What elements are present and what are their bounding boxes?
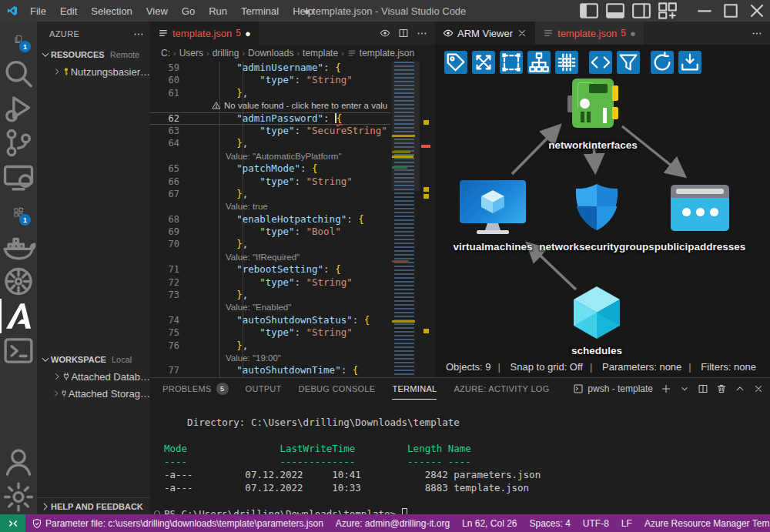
- close-panel-icon[interactable]: [753, 383, 764, 394]
- code-line[interactable]: 76 },: [150, 340, 390, 352]
- code-line[interactable]: 72 "type": "String": [150, 276, 390, 289]
- account-icon[interactable]: [0, 445, 37, 480]
- split-editor-icon[interactable]: [398, 28, 409, 38]
- arrange-button[interactable]: [472, 51, 495, 74]
- run-debug-icon[interactable]: [0, 91, 37, 125]
- code-line[interactable]: 75 "type": "String": [150, 326, 390, 339]
- code-line[interactable]: 60 "type": "String": [150, 74, 390, 86]
- azure-account-status[interactable]: Azure: admin@drilling-it.org: [330, 518, 456, 529]
- toggle-sidebar-icon[interactable]: [576, 0, 602, 22]
- close-button[interactable]: [744, 0, 770, 22]
- code-line[interactable]: 66 "type": "String": [150, 176, 390, 188]
- azure-icon[interactable]: [0, 299, 37, 333]
- breadcrumb[interactable]: C:› Users› drilling› Downloads› template…: [150, 45, 435, 62]
- code-line[interactable]: 70 },: [150, 238, 390, 250]
- editor-more-icon[interactable]: [752, 28, 762, 38]
- code-line[interactable]: 69 "type": "Bool": [150, 226, 390, 238]
- menu-selection[interactable]: Selection: [85, 3, 138, 19]
- menu-go[interactable]: Go: [176, 3, 201, 19]
- minimize-button[interactable]: [691, 0, 718, 22]
- codelens-warning[interactable]: No value found - click here to enter a v…: [150, 99, 390, 112]
- code-editor[interactable]: 59 "adminUsername": {60 "type": "String"…: [150, 62, 435, 377]
- tag-button[interactable]: [444, 51, 467, 74]
- workspace-section-header[interactable]: WORKSPACE Local: [37, 351, 150, 368]
- customize-layout-icon[interactable]: [654, 0, 681, 22]
- code-line[interactable]: 65 "patchMode": {: [150, 162, 390, 175]
- menu-run[interactable]: Run: [203, 3, 233, 19]
- code-line[interactable]: 73 },: [150, 289, 390, 301]
- remote-indicator[interactable]: [0, 514, 25, 532]
- indentation[interactable]: Spaces: 4: [523, 518, 576, 529]
- toggle-secondary-sidebar-icon[interactable]: [628, 0, 654, 22]
- toggle-panel-icon[interactable]: [602, 0, 628, 22]
- menu-view[interactable]: View: [140, 3, 174, 19]
- menu-file[interactable]: File: [24, 3, 52, 19]
- grid-button[interactable]: [555, 51, 578, 74]
- filter-button[interactable]: [617, 51, 640, 74]
- arm-viewer-canvas[interactable]: networkinterfaces virtualmachines: [435, 45, 770, 377]
- maximize-button[interactable]: [718, 0, 744, 22]
- tab-template-json[interactable]: template.json 5 ●: [150, 22, 259, 45]
- parameter-file-status[interactable]: Parameter file: c:\users\drilling\downlo…: [25, 518, 330, 529]
- eol[interactable]: LF: [615, 518, 638, 529]
- code-line[interactable]: 74 "autoShutdownStatus": {: [150, 314, 390, 326]
- tab-problems[interactable]: PROBLEMS 5: [162, 378, 229, 400]
- help-feedback-section[interactable]: HELP AND FEEDBACK: [37, 497, 150, 514]
- encoding[interactable]: UTF-8: [577, 518, 615, 529]
- terminal-dropdown-icon[interactable]: [679, 383, 690, 394]
- tab-terminal[interactable]: TERMINAL: [392, 378, 437, 400]
- cursor-position[interactable]: Ln 62, Col 26: [456, 518, 523, 529]
- node-publicipaddresses[interactable]: [671, 185, 729, 231]
- sidebar-item-subscription[interactable]: Nutzungsbasier…: [37, 63, 150, 80]
- tab-template-json-2[interactable]: template.json 5 ●: [535, 22, 644, 45]
- open-preview-icon[interactable]: [380, 28, 390, 38]
- docker-icon[interactable]: [0, 229, 37, 264]
- maximize-panel-icon[interactable]: [735, 383, 745, 394]
- kill-terminal-icon[interactable]: [716, 383, 727, 394]
- tab-debug-console[interactable]: DEBUG CONSOLE: [299, 378, 376, 400]
- search-icon[interactable]: [0, 56, 37, 91]
- source-control-icon[interactable]: [0, 125, 37, 160]
- close-icon[interactable]: [517, 28, 527, 38]
- menu-terminal[interactable]: Terminal: [235, 3, 285, 19]
- sidebar-item-attached-databases[interactable]: Attached Datab…: [37, 368, 150, 385]
- code-line[interactable]: 71 "rebootSetting": {: [150, 263, 390, 276]
- explorer-icon[interactable]: 1: [0, 22, 37, 56]
- new-terminal-icon[interactable]: [661, 383, 671, 394]
- code-line[interactable]: 77 "autoShutdownTime": {: [150, 364, 390, 376]
- tab-azure-activity-log[interactable]: AZURE: ACTIVITY LOG: [454, 378, 549, 400]
- code-line[interactable]: 61 },: [150, 87, 390, 99]
- code-button[interactable]: [589, 51, 612, 74]
- kubernetes-icon[interactable]: [0, 264, 37, 299]
- node-schedules[interactable]: [572, 285, 621, 340]
- export-button[interactable]: [678, 51, 701, 74]
- code-line[interactable]: 68 "enableHotpatching": {: [150, 213, 390, 226]
- sidebar-item-attached-storage[interactable]: Attached Storag…: [37, 385, 150, 402]
- menu-help[interactable]: Help: [286, 3, 320, 19]
- code-line[interactable]: 64 },: [150, 137, 390, 149]
- tab-output[interactable]: OUTPUT: [246, 378, 282, 400]
- azure-console-icon[interactable]: [0, 333, 37, 368]
- sidebar-more-icon[interactable]: [133, 28, 144, 39]
- settings-gear-icon[interactable]: [0, 480, 37, 514]
- extensions-icon[interactable]: 1: [0, 195, 37, 229]
- resources-section-header[interactable]: RESOURCES Remote: [37, 46, 150, 63]
- node-networkinterfaces[interactable]: [567, 79, 618, 129]
- tab-arm-viewer[interactable]: ARM Viewer: [435, 22, 535, 45]
- code-line[interactable]: 59 "adminUsername": {: [150, 62, 390, 74]
- code-line[interactable]: 63 "type": "SecureString": [150, 125, 390, 137]
- refresh-button[interactable]: [651, 51, 674, 74]
- hierarchy-button[interactable]: [527, 51, 551, 74]
- language-mode[interactable]: Azure Resource Manager Template: [638, 518, 770, 529]
- select-button[interactable]: [500, 51, 523, 74]
- menu-edit[interactable]: Edit: [54, 3, 83, 19]
- node-networksecuritygroups[interactable]: [575, 183, 618, 231]
- terminal-selector[interactable]: pwsh - template: [573, 383, 653, 394]
- code-line[interactable]: 67 },: [150, 188, 390, 200]
- terminal-output[interactable]: Directory: C:\Users\drilling\Downloads\t…: [150, 403, 770, 514]
- remote-explorer-icon[interactable]: [0, 160, 37, 195]
- node-virtualmachines[interactable]: [460, 180, 526, 236]
- editor-more-icon[interactable]: [417, 28, 427, 38]
- code-line[interactable]: 62 "adminPassword": {: [150, 112, 390, 125]
- split-terminal-icon[interactable]: [698, 383, 708, 394]
